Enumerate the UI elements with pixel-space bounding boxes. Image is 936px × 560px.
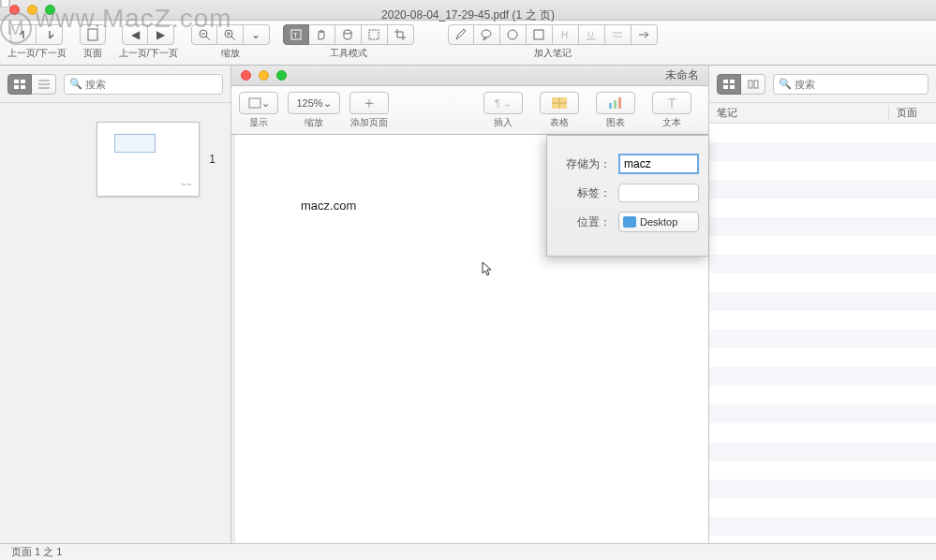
window-close-button[interactable] [9,5,20,15]
insert-button[interactable]: ¶ ⌄ [483,92,523,114]
svg-line-6 [231,37,235,40]
notes-table-header: 笔记 页面 [709,103,936,124]
nav-prevnext2-group: ◀ ▶ 上一页/下一页 [119,24,178,60]
highlight-icon: H [559,29,571,40]
list-item [709,161,936,180]
svg-line-3 [206,37,210,40]
tag-input[interactable] [618,184,699,202]
svg-rect-35 [618,97,621,109]
thumbnail-view-button[interactable] [7,74,32,95]
svg-point-13 [482,30,491,37]
next-page-button[interactable] [37,24,63,45]
folder-icon [623,216,636,228]
notes-list-view-button[interactable] [741,74,765,95]
arrow-note-button[interactable] [631,24,658,45]
page-column-header[interactable]: 页面 [889,106,936,120]
zoom-out-button[interactable] [191,24,217,45]
svg-rect-15 [534,30,543,39]
notes-column-header[interactable]: 笔记 [709,106,889,120]
comment-note-button[interactable] [474,24,500,45]
window-maximize-button[interactable] [45,5,55,15]
document-body-text: macz.com [301,199,356,213]
list-item [709,142,936,161]
page-thumbnail[interactable]: ~~ [97,122,200,197]
text-icon: T [290,29,302,40]
toolmode-group: T 工具模式 [283,24,414,60]
window-minimize-button[interactable] [27,5,37,15]
zoom-out-icon [198,28,211,41]
toolbar-label: 文本 [662,116,681,129]
crop-tool-button[interactable] [388,24,414,45]
pen-note-button[interactable] [448,24,474,45]
prev-button[interactable]: ◀ [122,24,148,45]
list-item [709,386,936,405]
list-view-button[interactable] [32,74,56,95]
location-select[interactable]: Desktop [618,212,699,232]
underline-button[interactable]: U [579,24,605,45]
sub-maximize-button[interactable] [276,70,287,81]
status-text: 页面 1 之 1 [11,545,62,559]
highlight-button[interactable]: H [553,24,579,45]
svg-rect-29 [249,98,260,108]
list-item [709,124,936,142]
circle-note-button[interactable] [500,24,527,45]
list-item [709,180,936,199]
svg-text:H: H [561,30,568,40]
right-search-input[interactable] [773,74,929,95]
chart-button[interactable] [596,92,635,114]
list-item [709,217,936,236]
table-button[interactable] [540,92,579,114]
search-icon: 🔍 [69,78,82,90]
list-item [709,461,936,479]
addnote-group: H U 加入笔记 [448,24,658,60]
grid-icon [14,80,25,89]
svg-text:U: U [587,30,594,39]
nav-prevnext-group: 上一页/下一页 [7,24,67,60]
prev-page-button[interactable] [10,24,37,45]
page-group: 页面 [80,24,106,60]
strike-button[interactable] [605,24,631,45]
svg-rect-41 [754,81,758,88]
text-button[interactable]: T [652,92,691,114]
hand-tool-button[interactable] [309,24,335,45]
save-as-input[interactable] [618,154,699,174]
notes-list [709,124,936,543]
svg-rect-36 [723,80,728,83]
square-icon [533,29,544,40]
zoom-menu-button[interactable]: ⌄ [244,24,270,45]
text-tool-button[interactable]: T [283,24,309,45]
status-bar: 页面 1 之 1 [0,543,936,560]
svg-rect-24 [14,85,19,89]
zoom-in-button[interactable] [217,24,244,45]
sub-window-titlebar: 未命名 [231,66,708,86]
add-page-button[interactable]: ＋ [349,92,389,114]
toolbar-label: 页面 [83,47,102,60]
pen-icon [455,29,467,40]
svg-rect-37 [730,80,735,83]
next-button[interactable]: ▶ [148,24,174,45]
location-label: 位置： [566,214,611,230]
svg-rect-38 [723,85,728,89]
zoom-select[interactable]: 125% ⌄ [288,92,340,114]
svg-rect-22 [14,80,19,83]
toolbar-label: 缩放 [221,47,240,60]
marquee-tool-button[interactable] [362,24,388,45]
select-tool-button[interactable] [335,24,362,45]
speech-icon [481,29,492,40]
page-number-label: 1 [209,153,215,166]
crop-icon [394,29,406,40]
cursor-pointer-icon [477,261,494,280]
toolbar-label: 加入笔记 [534,47,572,60]
sub-title: 未命名 [665,67,699,83]
page-button[interactable] [80,24,106,45]
sub-minimize-button[interactable] [259,70,269,81]
zoom-in-icon [223,28,236,41]
list-item [709,255,936,273]
rect-note-button[interactable] [527,24,553,45]
notes-grid-view-button[interactable] [717,74,741,95]
list-item [709,498,936,517]
left-search-input[interactable] [64,74,223,95]
view-button[interactable]: ⌄ [239,92,278,114]
hand-icon [315,28,328,41]
sub-close-button[interactable] [241,70,251,81]
